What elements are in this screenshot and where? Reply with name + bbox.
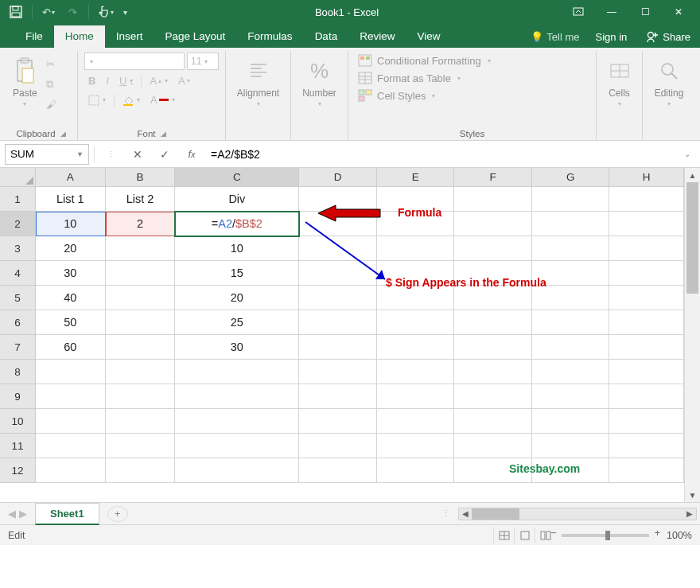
cell-C9[interactable] xyxy=(175,384,299,409)
underline-button[interactable]: U xyxy=(115,72,137,89)
row-header-2[interactable]: 2 xyxy=(0,212,36,236)
col-header-C[interactable]: C xyxy=(175,168,299,187)
cells-button[interactable]: Cells▾ xyxy=(603,53,636,111)
cell-D10[interactable] xyxy=(299,409,377,434)
cell-G2[interactable] xyxy=(532,212,610,236)
cell-D3[interactable] xyxy=(299,236,377,261)
cell-E6[interactable] xyxy=(377,310,455,335)
cell-A2[interactable]: 10 xyxy=(36,212,106,236)
grid[interactable]: ABCDEFGH 1List 1List 2Div2102=A2/$B$2320… xyxy=(0,168,684,502)
cell-H5[interactable] xyxy=(609,286,684,310)
cut-icon[interactable]: ✂ xyxy=(42,56,60,72)
cell-G4[interactable] xyxy=(532,261,610,286)
scroll-thumb[interactable] xyxy=(686,182,698,294)
decrease-font-icon[interactable]: A▾ xyxy=(174,72,194,89)
cell-H12[interactable] xyxy=(609,458,684,483)
sheet-nav-prev-icon[interactable]: ◀ xyxy=(8,508,16,520)
cell-E7[interactable] xyxy=(377,335,455,360)
cell-G10[interactable] xyxy=(532,409,610,434)
page-layout-view-icon[interactable] xyxy=(514,528,535,543)
insert-function-button[interactable]: fx xyxy=(181,145,203,164)
cell-A1[interactable]: List 1 xyxy=(36,187,106,212)
cell-G6[interactable] xyxy=(532,310,610,335)
accept-formula-button[interactable]: ✓ xyxy=(154,145,176,164)
cell-E2[interactable] xyxy=(377,212,455,236)
cell-E8[interactable] xyxy=(377,360,455,384)
zoom-slider[interactable] xyxy=(562,534,649,537)
formula-input[interactable] xyxy=(208,144,675,165)
cell-F4[interactable] xyxy=(454,261,532,286)
horizontal-scrollbar[interactable]: ◀ ▶ xyxy=(458,508,697,520)
cell-F8[interactable] xyxy=(454,360,532,384)
cell-H4[interactable] xyxy=(609,261,684,286)
tab-formulas[interactable]: Formulas xyxy=(236,25,303,48)
cell-D2[interactable] xyxy=(299,212,377,236)
cell-E3[interactable] xyxy=(377,236,455,261)
col-header-F[interactable]: F xyxy=(454,168,532,187)
col-header-G[interactable]: G xyxy=(532,168,610,187)
cell-H6[interactable] xyxy=(609,310,684,335)
cell-F2[interactable] xyxy=(454,212,532,236)
alignment-button[interactable]: Alignment▾ xyxy=(232,53,284,111)
row-header-9[interactable]: 9 xyxy=(0,384,36,409)
cell-F3[interactable] xyxy=(454,236,532,261)
row-header-5[interactable]: 5 xyxy=(0,286,36,310)
cell-B12[interactable] xyxy=(106,458,176,483)
cell-D5[interactable] xyxy=(299,286,377,310)
cell-F11[interactable] xyxy=(454,434,532,458)
tab-view[interactable]: View xyxy=(406,25,451,48)
cell-B1[interactable]: List 2 xyxy=(106,187,176,212)
range-dropdown-icon[interactable]: ⋮ xyxy=(99,145,122,164)
paste-button[interactable]: Paste ▾ xyxy=(11,53,39,113)
sign-in-link[interactable]: Sign in xyxy=(586,26,637,48)
tab-data[interactable]: Data xyxy=(304,25,349,48)
cell-C12[interactable] xyxy=(175,458,299,483)
cell-G3[interactable] xyxy=(532,236,610,261)
cell-D4[interactable] xyxy=(299,261,377,286)
row-header-7[interactable]: 7 xyxy=(0,335,36,360)
cell-B7[interactable] xyxy=(106,335,176,360)
cell-E12[interactable] xyxy=(377,458,455,483)
cell-B5[interactable] xyxy=(106,286,176,310)
cell-F5[interactable] xyxy=(454,286,532,310)
col-header-D[interactable]: D xyxy=(299,168,377,187)
cell-C1[interactable]: Div xyxy=(175,187,299,212)
col-header-B[interactable]: B xyxy=(106,168,176,187)
cell-D9[interactable] xyxy=(299,384,377,409)
cell-E4[interactable] xyxy=(377,261,455,286)
cell-H7[interactable] xyxy=(609,335,684,360)
cell-E11[interactable] xyxy=(377,434,455,458)
cell-G9[interactable] xyxy=(532,384,610,409)
split-grip-icon[interactable]: ⋮ xyxy=(441,508,450,519)
cell-A4[interactable]: 30 xyxy=(36,261,106,286)
font-launcher-icon[interactable]: ◢ xyxy=(161,130,166,138)
cell-styles-button[interactable]: Cell Styles▾ xyxy=(355,88,589,103)
format-painter-icon[interactable]: 🖌 xyxy=(42,96,60,113)
cell-A9[interactable] xyxy=(36,384,106,409)
cell-C6[interactable]: 25 xyxy=(175,310,299,335)
cell-F10[interactable] xyxy=(454,409,532,434)
tab-home[interactable]: Home xyxy=(54,25,105,48)
cell-F9[interactable] xyxy=(454,384,532,409)
cell-C3[interactable]: 10 xyxy=(175,236,299,261)
cell-E10[interactable] xyxy=(377,409,455,434)
cell-A10[interactable] xyxy=(36,409,106,434)
fill-color-icon[interactable] xyxy=(119,92,144,108)
row-header-8[interactable]: 8 xyxy=(0,360,36,384)
cell-A3[interactable]: 20 xyxy=(36,236,106,261)
cell-H9[interactable] xyxy=(609,384,684,409)
cell-G7[interactable] xyxy=(532,335,610,360)
font-size-select[interactable]: 11 xyxy=(187,53,219,70)
maximize-button[interactable]: ☐ xyxy=(628,2,662,22)
cell-H8[interactable] xyxy=(609,360,684,384)
cell-G12[interactable] xyxy=(532,458,610,483)
row-header-12[interactable]: 12 xyxy=(0,458,36,483)
cell-C2[interactable]: =A2/$B$2 xyxy=(175,212,299,236)
row-header-1[interactable]: 1 xyxy=(0,187,36,212)
cell-A5[interactable]: 40 xyxy=(36,286,106,310)
number-format-button[interactable]: % Number▾ xyxy=(298,53,341,111)
cell-F12[interactable] xyxy=(454,458,532,483)
row-header-11[interactable]: 11 xyxy=(0,434,36,458)
scroll-left-icon[interactable]: ◀ xyxy=(459,509,472,518)
cell-A11[interactable] xyxy=(36,434,106,458)
